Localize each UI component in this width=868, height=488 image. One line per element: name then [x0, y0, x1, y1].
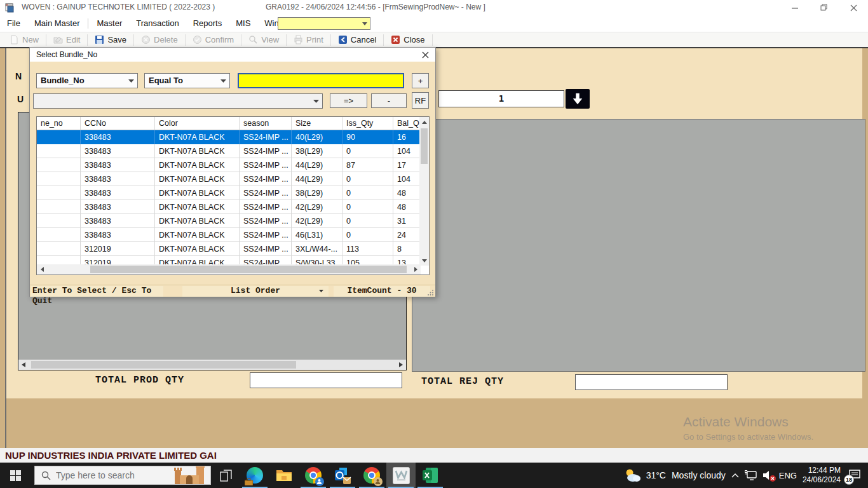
delete-button[interactable]: Delete — [135, 33, 184, 47]
tray-weather-text[interactable]: Mostly cloudy — [672, 470, 726, 480]
taskbar-app-edge[interactable] — [240, 463, 269, 488]
hscroll-thumb[interactable] — [31, 361, 296, 369]
search-input[interactable] — [56, 470, 158, 480]
close-button[interactable]: Close — [385, 33, 430, 47]
tray-clock[interactable]: 12:44 PM 24/06/2024 — [803, 466, 841, 485]
remove-filter-button[interactable]: - — [371, 93, 407, 108]
field-select-combo[interactable]: Bundle_No — [36, 73, 138, 88]
save-button[interactable]: Save — [89, 33, 132, 47]
toolbar-separator — [330, 34, 331, 46]
table-row[interactable]: 338483DKT-N07A BLACKSS24-IMP ...42(L29)0… — [37, 214, 421, 228]
menu-quick-search-combo[interactable] — [278, 17, 370, 30]
rejection-grid-panel — [412, 119, 865, 372]
column-header[interactable]: CCNo — [81, 117, 155, 130]
menu-main-master[interactable]: Main Master — [27, 17, 87, 30]
taskbar-app-chrome-1[interactable] — [299, 463, 328, 488]
move-down-button[interactable] — [566, 89, 590, 109]
edit-button[interactable]: Edit — [48, 33, 86, 47]
resize-grip[interactable] — [428, 289, 434, 295]
search-highlight-landmark-icon[interactable] — [171, 466, 210, 484]
screen: WOVEN : GAINUP TECHNOTEK LIMITED ( 2022-… — [0, 0, 868, 488]
toolbar-separator — [383, 34, 384, 46]
cancel-button[interactable]: Cancel — [332, 33, 382, 47]
chevron-down-icon — [128, 79, 134, 83]
grid-vscrollbar[interactable] — [419, 117, 429, 266]
table-row[interactable]: 312019DKT-N07A BLACKSS24-IMP ...3XL/W44-… — [37, 242, 421, 256]
total-rej-qty-field[interactable] — [575, 374, 728, 390]
scroll-up-icon[interactable] — [419, 117, 430, 127]
filter-expression-combo[interactable] — [33, 93, 323, 109]
scroll-left-icon[interactable] — [37, 264, 47, 274]
total-prod-qty-field[interactable] — [250, 372, 402, 388]
scroll-right-icon[interactable] — [410, 264, 421, 274]
hscroll-thumb[interactable] — [90, 266, 407, 273]
tray-temperature[interactable]: 31°C — [646, 470, 666, 480]
scroll-left-icon[interactable] — [18, 360, 29, 370]
operator-select-combo[interactable]: Equal To — [144, 73, 230, 88]
taskbar-app-woven-active[interactable] — [386, 463, 416, 488]
refresh-button[interactable]: RF — [412, 92, 429, 109]
menu-transaction[interactable]: Transaction — [129, 17, 186, 30]
column-header[interactable]: ne_no — [37, 117, 81, 130]
task-view-button[interactable] — [211, 463, 240, 488]
notification-count-badge: 18 — [844, 475, 854, 485]
record-number-field[interactable]: 1 — [438, 90, 564, 107]
print-button[interactable]: Print — [288, 33, 329, 47]
toolbar-separator — [87, 34, 88, 46]
table-row[interactable]: 338483DKT-N07A BLACKSS24-IMP ...42(L29)0… — [37, 200, 421, 214]
action-center-button[interactable]: 18 — [846, 467, 863, 484]
network-icon[interactable] — [745, 470, 757, 480]
sewing-prod-form: N U 1 TOTAL PROD QTY TOTAL REJ QTY — [6, 48, 862, 398]
minimize-button[interactable] — [780, 0, 810, 15]
new-button[interactable]: New — [4, 33, 44, 47]
start-button[interactable] — [0, 463, 31, 488]
toolbar-separator — [185, 34, 186, 46]
column-header[interactable]: Size — [292, 117, 342, 130]
mdi-client-area: N U 1 TOTAL PROD QTY TOTAL REJ QTY — [0, 47, 868, 448]
language-indicator[interactable]: ENG — [779, 471, 797, 480]
apply-filter-button[interactable]: => — [330, 93, 367, 108]
filter-value-input[interactable] — [238, 73, 404, 88]
table-row[interactable]: 338483DKT-N07A BLACKSS24-IMP ...38(L29)0… — [37, 186, 421, 200]
window-title: WOVEN : GAINUP TECHNOTEK LIMITED ( 2022-… — [22, 3, 215, 11]
menu-reports[interactable]: Reports — [186, 17, 229, 30]
table-row[interactable]: 338483DKT-N07A BLACKSS24-IMP ...40(L29)9… — [37, 130, 421, 144]
taskbar-app-excel[interactable] — [416, 463, 445, 488]
app-status-bar: NUP INDUSTRIES INDIA PRIVATE LIMITED GAI — [0, 448, 868, 463]
detail-panel-hscrollbar[interactable] — [18, 360, 406, 370]
taskbar-search[interactable] — [34, 466, 211, 485]
status-hint: Enter To Select / Esc To Quit — [31, 286, 163, 297]
table-row[interactable]: 338483DKT-N07A BLACKSS24-IMP ...44(L29)8… — [37, 158, 421, 172]
taskbar-app-outlook[interactable] — [328, 463, 357, 488]
dialog-close-button[interactable] — [420, 50, 431, 60]
volume-muted-icon[interactable] — [763, 470, 773, 480]
add-filter-button[interactable]: + — [412, 73, 429, 88]
taskbar-app-file-explorer[interactable] — [269, 463, 299, 488]
scroll-right-icon[interactable] — [396, 360, 406, 370]
close-window-button[interactable] — [839, 0, 868, 15]
menu-master[interactable]: Master — [90, 17, 129, 30]
column-header[interactable]: Color — [155, 117, 240, 130]
confirm-button[interactable]: Confirm — [187, 33, 240, 47]
menu-mis[interactable]: MIS — [229, 17, 257, 30]
table-row[interactable]: 338483DKT-N07A BLACKSS24-IMP ...44(L29)0… — [37, 172, 421, 186]
column-header[interactable]: Iss_Qty — [342, 117, 393, 130]
list-order-combo[interactable]: List Order — [182, 286, 329, 297]
weather-icon[interactable] — [624, 468, 641, 483]
taskbar-app-chrome-2[interactable] — [357, 463, 386, 488]
app-form-icon — [5, 3, 15, 13]
scroll-down-icon[interactable] — [419, 255, 430, 266]
vscroll-thumb[interactable] — [421, 128, 428, 164]
menubar: File Main Master Master Transaction Repo… — [0, 15, 868, 32]
table-row[interactable]: 338483DKT-N07A BLACKSS24-IMP ...38(L29)0… — [37, 144, 421, 158]
toolbar-separator — [286, 34, 287, 46]
grid-hscrollbar[interactable] — [37, 264, 421, 274]
column-header[interactable]: Bal_Q — [393, 117, 421, 130]
menu-file[interactable]: File — [0, 17, 27, 30]
dialog-titlebar[interactable]: Select Bundle_No — [30, 48, 435, 62]
column-header[interactable]: season — [240, 117, 292, 130]
tray-expand-chevron-icon[interactable] — [731, 473, 739, 478]
table-row[interactable]: 338483DKT-N07A BLACKSS24-IMP ...46(L31)0… — [37, 228, 421, 242]
restore-button[interactable] — [810, 0, 839, 15]
view-button[interactable]: View — [243, 33, 285, 47]
